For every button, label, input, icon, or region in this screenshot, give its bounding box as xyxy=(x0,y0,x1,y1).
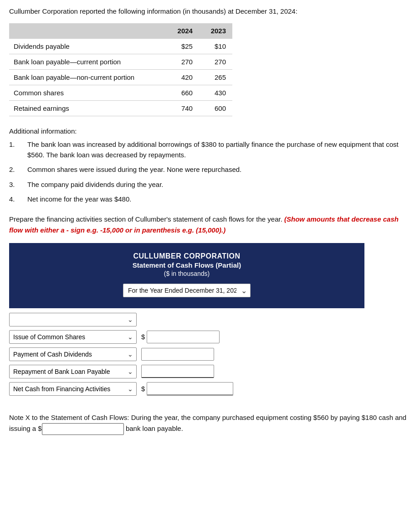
list-item-num: 2. xyxy=(9,165,27,175)
table-row-value: $25 xyxy=(166,39,199,54)
note-input[interactable] xyxy=(42,423,124,435)
list-item-text: The company paid dividends during the ye… xyxy=(27,180,164,190)
row1-dropdown[interactable]: Issue of Common SharesPayment of Cash Di… xyxy=(9,330,137,344)
statement-subtitle: Statement of Cash Flows (Partial) xyxy=(18,261,355,269)
corp-title: CULLUMBER CORPORATION xyxy=(18,252,355,260)
list-item-num: 1. xyxy=(9,140,27,160)
statement-in-thousands: ($ in thousands) xyxy=(18,270,355,277)
row1-dropdown-wrapper[interactable]: Issue of Common SharesPayment of Cash Di… xyxy=(9,330,137,344)
total-dropdown-wrapper[interactable]: Net Cash from Financing ActivitiesNet Ca… xyxy=(9,382,137,396)
list-item-text: Common shares were issued during the yea… xyxy=(27,165,241,175)
header-dropdown[interactable]: Financing ActivitiesOperating Activities… xyxy=(9,313,137,326)
row3-amount-cell xyxy=(141,365,214,378)
list-item: 4.Net income for the year was $480. xyxy=(9,194,411,205)
table-row-value: $10 xyxy=(199,39,232,54)
table-row-label: Dividends payable xyxy=(9,39,166,54)
note-section: Note X to the Statement of Cash Flows: D… xyxy=(9,412,411,435)
table-row-value: 270 xyxy=(166,54,199,70)
list-item-text: The bank loan was increased by additiona… xyxy=(27,140,411,160)
table-row: Bank loan payable—current portion270270 xyxy=(9,54,232,70)
table-row-value: 270 xyxy=(199,54,232,70)
row3-dropdown-wrapper[interactable]: Issue of Common SharesPayment of Cash Di… xyxy=(9,365,137,378)
col-header-2024: 2024 xyxy=(166,23,199,39)
list-item-text: Net income for the year was $480. xyxy=(27,194,131,205)
list-item: 2.Common shares were issued during the y… xyxy=(9,165,411,175)
total-row: Net Cash from Financing ActivitiesNet Ca… xyxy=(9,382,411,396)
list-item-num: 3. xyxy=(9,180,27,190)
row2-amount-input[interactable] xyxy=(141,348,214,361)
row3-amount-input[interactable] xyxy=(141,365,214,378)
table-row-value: 420 xyxy=(166,70,199,85)
form-row-2: Issue of Common SharesPayment of Cash Di… xyxy=(9,347,411,361)
form-row-3: Issue of Common SharesPayment of Cash Di… xyxy=(9,365,411,378)
row2-amount-cell xyxy=(141,348,214,361)
table-row-value: 660 xyxy=(166,85,199,101)
total-amount-input[interactable] xyxy=(147,382,233,396)
header-dropdown-wrapper[interactable]: Financing ActivitiesOperating Activities… xyxy=(9,313,137,326)
additional-info: Additional information: 1.The bank loan … xyxy=(9,127,411,205)
table-row: Dividends payable$25$10 xyxy=(9,39,232,54)
table-row-value: 740 xyxy=(166,101,199,116)
company-bold: CORPORATION xyxy=(184,252,240,260)
note-after: bank loan payable. xyxy=(124,424,183,432)
total-dollar-sign: $ xyxy=(141,385,145,393)
list-item: 1.The bank loan was increased by additio… xyxy=(9,140,411,160)
table-row: Retained earnings740600 xyxy=(9,101,232,116)
period-dropdown-wrapper[interactable]: For the Year Ended December 31, 2024For … xyxy=(18,284,355,297)
table-row-value: 430 xyxy=(199,85,232,101)
row2-dropdown[interactable]: Issue of Common SharesPayment of Cash Di… xyxy=(9,347,137,361)
period-select[interactable]: For the Year Ended December 31, 2024For … xyxy=(123,284,251,297)
prepare-main: Prepare the financing activities section… xyxy=(9,215,284,223)
row3-dropdown[interactable]: Issue of Common SharesPayment of Cash Di… xyxy=(9,365,137,378)
form-row-1: Issue of Common SharesPayment of Cash Di… xyxy=(9,330,411,344)
table-row-label: Common shares xyxy=(9,85,166,101)
col-header-2023: 2023 xyxy=(199,23,232,39)
table-row-label: Retained earnings xyxy=(9,101,166,116)
company-name: CULLUMBER xyxy=(133,252,184,260)
table-row-value: 265 xyxy=(199,70,232,85)
additional-info-title: Additional information: xyxy=(9,127,411,135)
statement-box: CULLUMBER CORPORATION Statement of Cash … xyxy=(9,243,364,308)
row2-dropdown-wrapper[interactable]: Issue of Common SharesPayment of Cash Di… xyxy=(9,347,137,361)
list-item: 3.The company paid dividends during the … xyxy=(9,180,411,190)
info-list: 1.The bank loan was increased by additio… xyxy=(9,140,411,205)
row1-dollar-sign: $ xyxy=(141,333,145,341)
intro-text: Cullumber Corporation reported the follo… xyxy=(9,7,411,15)
data-table: 2024 2023 Dividends payable$25$10Bank lo… xyxy=(9,23,232,116)
table-row: Common shares660430 xyxy=(9,85,232,101)
form-area: Financing ActivitiesOperating Activities… xyxy=(9,308,411,396)
table-row-value: 600 xyxy=(199,101,232,116)
table-row-label: Bank loan payable—non-current portion xyxy=(9,70,166,85)
table-row-label: Bank loan payable—current portion xyxy=(9,54,166,70)
list-item-num: 4. xyxy=(9,194,27,205)
row1-amount-cell: $ xyxy=(141,331,220,343)
total-dropdown[interactable]: Net Cash from Financing ActivitiesNet Ca… xyxy=(9,382,137,396)
row1-amount-input[interactable] xyxy=(147,331,220,343)
table-row: Bank loan payable—non-current portion420… xyxy=(9,70,232,85)
total-amount-cell: $ xyxy=(141,382,233,396)
header-row: Financing ActivitiesOperating Activities… xyxy=(9,313,411,326)
col-header-label xyxy=(9,23,166,39)
prepare-text: Prepare the financing activities section… xyxy=(9,214,411,236)
